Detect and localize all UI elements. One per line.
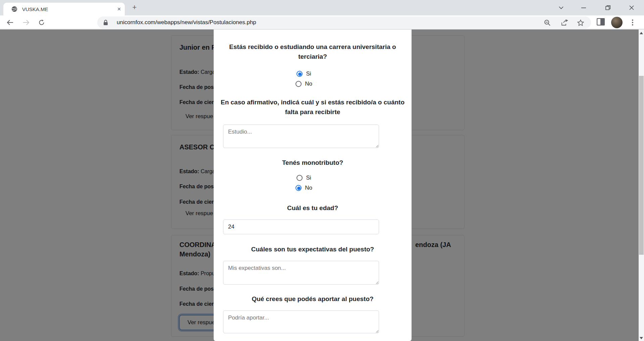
question-carrera: Estás recibido o estudiando una carrera … (214, 42, 412, 61)
browser-window: VUSKA.ME × + (0, 0, 644, 341)
globe-favicon-icon (11, 6, 17, 12)
zoom-out-icon[interactable] (542, 18, 552, 28)
window-restore-button[interactable] (603, 3, 613, 12)
radio-option-no[interactable]: No (205, 80, 403, 88)
window-minimize-button[interactable] (579, 3, 589, 12)
radio-si-icon[interactable] (297, 175, 303, 181)
scrollbar-up-icon[interactable] (640, 32, 643, 34)
new-tab-button[interactable]: + (130, 3, 139, 12)
browser-menu-icon[interactable] (631, 18, 635, 27)
bookmark-star-icon[interactable] (576, 18, 586, 28)
browser-tab[interactable]: VUSKA.ME × (3, 3, 125, 15)
forward-icon[interactable] (21, 17, 32, 28)
estudio-textarea[interactable] (223, 125, 379, 148)
lock-icon (103, 19, 108, 26)
share-icon[interactable] (559, 18, 570, 28)
expectativas-textarea[interactable] (223, 261, 379, 285)
url-bar[interactable]: unicornfox.com/webapps/new/vistas/Postul… (97, 16, 591, 29)
edad-input[interactable] (223, 220, 379, 234)
scrollbar-thumb[interactable] (639, 76, 644, 255)
aportar-textarea[interactable] (223, 310, 379, 333)
url-text[interactable]: unicornfox.com/webapps/new/vistas/Postul… (117, 19, 256, 26)
question-expectativas: Cuáles son tus expectativas del puesto? (214, 244, 412, 254)
page-scrollbar[interactable] (639, 30, 644, 341)
tab-search-chevron-icon[interactable] (556, 3, 566, 12)
back-icon[interactable] (5, 17, 15, 28)
application-form-modal: Estás recibido o estudiando una carrera … (214, 30, 412, 341)
question-monotributo: Tenés monotributo? (214, 158, 412, 167)
reload-icon[interactable] (36, 17, 47, 28)
question-cual-carrera: En caso afirmativo, indicá cuál y si est… (214, 97, 412, 117)
radio-no-selected-icon[interactable] (296, 185, 302, 191)
radio-option-si[interactable]: Si (205, 174, 403, 182)
profile-avatar[interactable] (611, 17, 623, 28)
window-close-button[interactable] (627, 3, 637, 12)
radio-option-si[interactable]: Si (205, 70, 403, 78)
question-edad: Cuál es tu edad? (214, 203, 412, 213)
radio-no-icon[interactable] (296, 81, 302, 87)
radio-option-no[interactable]: No (205, 184, 403, 192)
radio-si-selected-icon[interactable] (297, 71, 303, 77)
tab-title: VUSKA.ME (22, 6, 48, 12)
browser-toolbar: unicornfox.com/webapps/new/vistas/Postul… (0, 15, 644, 30)
question-aportar: Qué crees que podés aportar al puesto? (214, 294, 412, 304)
tab-close-icon[interactable]: × (115, 5, 123, 13)
tab-bar: VUSKA.ME × + (0, 0, 644, 15)
scrollbar-down-icon[interactable] (640, 337, 643, 339)
side-panel-icon[interactable] (596, 17, 606, 27)
